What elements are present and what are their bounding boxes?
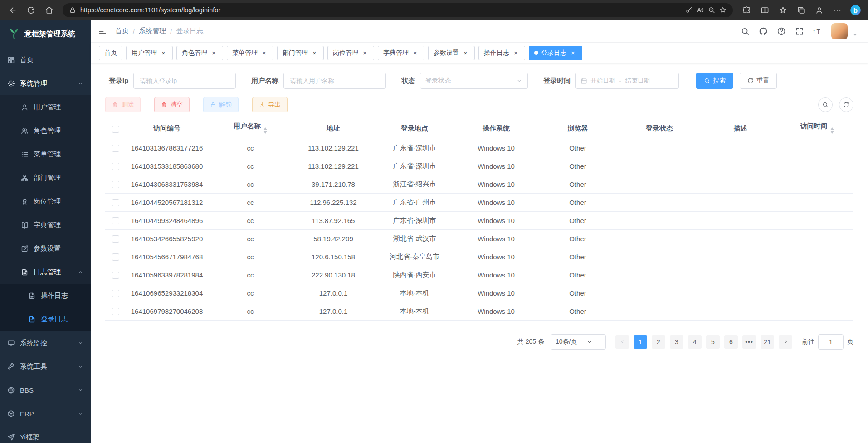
tab-item[interactable]: 用户管理× (126, 46, 173, 60)
row-checkbox[interactable] (112, 235, 119, 243)
password-key-icon[interactable] (685, 6, 692, 14)
browser-home-icon[interactable] (41, 2, 57, 18)
close-tab-icon[interactable]: × (210, 49, 218, 57)
close-tab-icon[interactable]: × (569, 49, 577, 57)
login-time-range-picker[interactable]: 开始日期 - 结束日期 (575, 73, 679, 89)
font-size-icon[interactable]: tT (813, 27, 822, 36)
favorites-icon[interactable] (775, 2, 791, 18)
sort-caret[interactable] (830, 126, 834, 136)
sidebar-item-login-log[interactable]: 登录日志 (0, 307, 91, 331)
page-button[interactable]: 21 (761, 335, 774, 349)
extensions-icon[interactable] (738, 2, 755, 18)
tab-item[interactable]: 登录日志× (529, 46, 582, 60)
close-tab-icon[interactable]: × (462, 49, 469, 57)
sidebar-item-user-management[interactable]: 用户管理 (0, 95, 91, 119)
tab-item[interactable]: 菜单管理× (227, 46, 273, 60)
zoom-out-icon[interactable] (708, 6, 715, 14)
tab-item[interactable]: 操作日志× (478, 46, 525, 60)
sidebar-item-operation-log[interactable]: 操作日志 (0, 284, 91, 307)
sidebar-item-menu-management[interactable]: 菜单管理 (0, 142, 91, 166)
split-screen-icon[interactable] (756, 2, 773, 18)
add-favorite-icon[interactable] (719, 6, 727, 14)
row-checkbox[interactable] (112, 217, 119, 224)
close-tab-icon[interactable]: × (160, 49, 167, 57)
username-filter-input[interactable] (283, 73, 386, 89)
page-button[interactable]: 6 (724, 335, 738, 349)
close-tab-icon[interactable]: × (512, 49, 520, 57)
page-button[interactable]: 4 (688, 335, 702, 349)
tab-item[interactable]: 参数设置× (428, 46, 475, 60)
row-checkbox[interactable] (112, 272, 119, 279)
next-page-button[interactable] (779, 335, 792, 349)
page-button[interactable]: 2 (652, 335, 665, 349)
collections-icon[interactable] (793, 2, 809, 18)
delete-button[interactable]: 删除 (105, 97, 141, 112)
sidebar-item-system-monitor[interactable]: 系统监控 (0, 331, 91, 355)
browser-back-icon[interactable] (5, 2, 21, 18)
sidebar-item-role-management[interactable]: 角色管理 (0, 119, 91, 142)
sidebar-item-log-management[interactable]: 日志管理 (0, 260, 91, 284)
fullscreen-icon[interactable] (795, 27, 804, 36)
collapse-sidebar-icon[interactable] (98, 27, 107, 36)
close-tab-icon[interactable]: × (361, 49, 369, 57)
close-tab-icon[interactable]: × (411, 49, 419, 57)
row-checkbox[interactable] (112, 290, 119, 297)
breadcrumb-item[interactable]: 系统管理 (139, 27, 166, 35)
select-all-checkbox[interactable] (112, 126, 119, 133)
sidebar-item-erp[interactable]: ERP (0, 402, 91, 425)
sidebar-item-dict-management[interactable]: 字典管理 (0, 213, 91, 237)
copilot-icon[interactable]: b (847, 2, 863, 18)
sidebar-item-system-management[interactable]: 系统管理 (0, 72, 91, 95)
chevron-down-icon[interactable] (852, 32, 858, 38)
help-icon[interactable] (777, 27, 786, 36)
browser-menu-icon[interactable] (829, 2, 845, 18)
page-size-select[interactable]: 10条/页 (551, 334, 606, 350)
read-aloud-icon[interactable] (697, 6, 704, 14)
tab-item[interactable]: 岗位管理× (327, 46, 374, 60)
row-checkbox[interactable] (112, 163, 119, 170)
sidebar-item-bbs[interactable]: BBS (0, 378, 91, 402)
browser-profile-icon[interactable] (811, 2, 827, 18)
page-button[interactable]: 1 (634, 335, 647, 349)
row-checkbox[interactable] (112, 253, 119, 261)
goto-page-input[interactable] (818, 334, 844, 350)
search-button[interactable]: 搜索 (696, 73, 733, 89)
tab-item[interactable]: 部门管理× (277, 46, 324, 60)
row-checkbox[interactable] (112, 308, 119, 315)
browser-refresh-icon[interactable] (23, 2, 39, 18)
unlock-button[interactable]: 解锁 (203, 97, 239, 112)
user-avatar[interactable] (831, 23, 848, 39)
sort-caret[interactable] (263, 126, 267, 136)
site-lock-icon[interactable] (69, 6, 76, 14)
sidebar-item-post-management[interactable]: 岗位管理 (0, 190, 91, 213)
sidebar-item-system-tools[interactable]: 系统工具 (0, 355, 91, 378)
status-filter-select[interactable]: 登录状态 (420, 73, 528, 89)
clear-button[interactable]: 清空 (154, 97, 190, 112)
search-icon[interactable] (741, 27, 750, 36)
row-checkbox[interactable] (112, 181, 119, 188)
ip-filter-input[interactable] (133, 73, 236, 89)
tab-item[interactable]: 首页 (99, 46, 122, 60)
prev-page-button[interactable] (615, 335, 629, 349)
address-bar[interactable]: https://ccnetcore.com:1101/system/log/lo… (63, 3, 733, 17)
reset-button[interactable]: 重置 (740, 73, 777, 89)
pager-ellipsis[interactable]: ••• (742, 335, 756, 349)
refresh-table-button[interactable] (839, 97, 853, 112)
close-tab-icon[interactable]: × (260, 49, 268, 57)
sidebar-item-yi-framework[interactable]: Yi框架 (0, 425, 91, 443)
page-button[interactable]: 3 (670, 335, 683, 349)
app-logo[interactable]: 意框架管理系统 (0, 20, 91, 48)
row-checkbox[interactable] (112, 199, 119, 206)
github-icon[interactable] (759, 27, 768, 36)
breadcrumb-item[interactable]: 首页 (115, 27, 129, 35)
sidebar-item-home[interactable]: 首页 (0, 48, 91, 72)
sidebar-item-dept-management[interactable]: 部门管理 (0, 166, 91, 190)
page-button[interactable]: 5 (706, 335, 720, 349)
export-button[interactable]: 导出 (252, 97, 288, 112)
tab-item[interactable]: 角色管理× (176, 46, 223, 60)
row-checkbox[interactable] (112, 145, 119, 152)
tab-item[interactable]: 字典管理× (378, 46, 424, 60)
sidebar-item-param-settings[interactable]: 参数设置 (0, 237, 91, 260)
close-tab-icon[interactable]: × (311, 49, 318, 57)
toggle-search-button[interactable] (818, 97, 833, 112)
